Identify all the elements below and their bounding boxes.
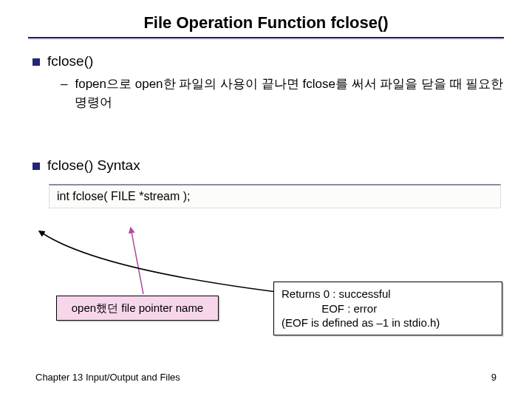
slide: File Operation Function fclose() fclose(… [0, 0, 532, 399]
footer-page: 9 [491, 372, 497, 383]
section-head: fclose() Syntax [33, 157, 504, 174]
section-fclose: fclose() – fopen으로 open한 파일의 사용이 끝나면 fcl… [33, 53, 504, 112]
code-box: int fclose( FILE *stream ); [49, 184, 501, 208]
square-bullet-icon [33, 58, 40, 66]
title-underline [28, 37, 504, 40]
white-line1: Returns 0 : successful [282, 287, 494, 301]
pink-annotation: open했던 file pointer name [56, 296, 219, 321]
section-syntax: fclose() Syntax [33, 157, 504, 174]
section-sub: – fopen으로 open한 파일의 사용이 끝나면 fclose를 써서 파… [61, 75, 504, 112]
footer-chapter: Chapter 13 Input/Output and Files [35, 372, 180, 383]
code-text: int fclose( FILE *stream ); [57, 190, 191, 202]
white-line2: EOF : error [282, 301, 494, 316]
section-head-text: fclose() [47, 53, 93, 69]
page-title: File Operation Function fclose() [28, 13, 504, 37]
footer: Chapter 13 Input/Output and Files 9 [35, 372, 497, 383]
white-line3: (EOF is defined as –1 in stdio.h) [282, 316, 494, 330]
white-annotation: Returns 0 : successful EOF : error (EOF … [273, 282, 502, 335]
section-head-text: fclose() Syntax [47, 157, 140, 174]
section-sub-text: fopen으로 open한 파일의 사용이 끝나면 fclose를 써서 파일을… [75, 75, 504, 112]
square-bullet-icon [33, 163, 40, 170]
dash-bullet-icon: – [61, 75, 67, 112]
pink-text: open했던 file pointer name [72, 301, 203, 314]
section-head: fclose() [33, 53, 504, 69]
